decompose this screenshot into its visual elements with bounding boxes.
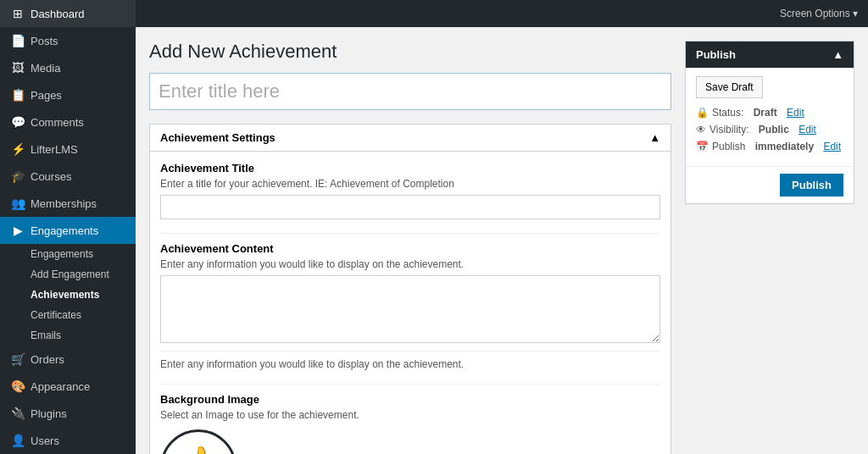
publish-button[interactable]: Publish bbox=[780, 174, 843, 197]
achievement-title-input[interactable] bbox=[160, 195, 660, 219]
publish-visibility: 👁 Visibility: Public Edit bbox=[696, 124, 843, 136]
status-edit-link[interactable]: Edit bbox=[787, 107, 804, 119]
achievement-content-field: Achievement Content Enter any informatio… bbox=[160, 242, 660, 370]
publish-time-edit-link[interactable]: Edit bbox=[823, 141, 841, 152]
lifterlms-icon: ⚡ bbox=[10, 142, 25, 156]
screen-options-button[interactable]: Screen Options ▾ bbox=[780, 8, 858, 19]
sidebar-item-pages[interactable]: 📋 Pages bbox=[0, 81, 136, 108]
engagements-submenu: Engagements Add Engagement Achievements … bbox=[0, 244, 136, 346]
collapse-icon: ▲ bbox=[649, 131, 660, 144]
sidebar-item-comments[interactable]: 💬 Comments bbox=[0, 108, 136, 136]
achievement-content-desc: Enter any information you would like to … bbox=[160, 258, 660, 270]
memberships-icon: 👥 bbox=[10, 197, 25, 210]
achievement-content-textarea[interactable] bbox=[160, 275, 660, 343]
publish-box: Publish ▲ Save Draft 🔒 Status: Draft Edi… bbox=[685, 41, 854, 204]
posts-icon: 📄 bbox=[10, 34, 25, 47]
publish-body: Save Draft 🔒 Status: Draft Edit 👁 Visibi… bbox=[686, 68, 854, 166]
sidebar-item-lifterlms[interactable]: ⚡ LifterLMS bbox=[0, 136, 136, 163]
sidebar-item-plugins[interactable]: 🔌 Plugins bbox=[0, 400, 136, 427]
sidebar-item-users[interactable]: 👤 Users bbox=[0, 427, 136, 454]
bg-image-label: Background Image bbox=[160, 393, 660, 406]
sidebar: ⊞ Dashboard 📄 Posts 🖼 Media 📋 Pages 💬 Co… bbox=[0, 0, 136, 454]
achievement-settings-metabox: Achievement Settings ▲ Achievement Title… bbox=[149, 124, 671, 454]
background-image-section: Background Image Select an Image to use … bbox=[160, 393, 660, 454]
sidebar-item-courses[interactable]: 🎓 Courses bbox=[0, 163, 136, 190]
bg-image-desc: Select an Image to use for the achieveme… bbox=[160, 409, 660, 421]
metabox-body: Achievement Title Enter a title for your… bbox=[150, 152, 670, 454]
pages-icon: 📋 bbox=[10, 88, 25, 102]
topbar: Screen Options ▾ bbox=[136, 0, 868, 27]
sidebar-item-emails[interactable]: Emails bbox=[24, 325, 136, 346]
users-icon: 👤 bbox=[10, 434, 25, 447]
main-content: Add New Achievement Achievement Settings… bbox=[136, 27, 868, 454]
sidebar-item-add-engagement[interactable]: Add Engagement bbox=[24, 264, 136, 285]
comments-icon: 💬 bbox=[10, 115, 25, 129]
publish-panel: Publish ▲ Save Draft 🔒 Status: Draft Edi… bbox=[685, 41, 854, 440]
achievement-title-field: Achievement Title Enter a title for your… bbox=[160, 162, 660, 219]
post-title-input[interactable] bbox=[149, 73, 671, 110]
plugins-icon: 🔌 bbox=[10, 407, 25, 420]
sidebar-item-engagements-sub[interactable]: Engagements bbox=[24, 244, 136, 264]
status-icon: 🔒 bbox=[696, 107, 709, 119]
achievement-title-desc: Enter a title for your achievement. IE: … bbox=[160, 178, 660, 190]
orders-icon: 🛒 bbox=[10, 352, 25, 366]
sidebar-item-memberships[interactable]: 👥 Memberships bbox=[0, 190, 136, 217]
sidebar-item-dashboard[interactable]: ⊞ Dashboard bbox=[0, 0, 136, 27]
publish-footer: Publish bbox=[686, 166, 854, 203]
sidebar-item-posts[interactable]: 📄 Posts bbox=[0, 27, 136, 54]
publish-time-value: immediately bbox=[755, 141, 814, 152]
sidebar-item-engagements[interactable]: ▶ Engagements bbox=[0, 217, 136, 244]
achievement-content-label: Achievement Content bbox=[160, 242, 660, 255]
publish-time: 📅 Publish immediately Edit bbox=[696, 141, 843, 152]
sidebar-item-achievements[interactable]: Achievements bbox=[24, 285, 136, 305]
publish-header: Publish ▲ bbox=[686, 42, 854, 68]
visibility-edit-link[interactable]: Edit bbox=[798, 124, 816, 136]
calendar-icon: 📅 bbox=[696, 141, 709, 152]
achievement-thumbnail: 👍 bbox=[160, 429, 236, 454]
media-icon: 🖼 bbox=[10, 61, 25, 75]
achievement-title-label: Achievement Title bbox=[160, 162, 660, 174]
sidebar-item-certificates[interactable]: Certificates bbox=[24, 305, 136, 325]
sidebar-item-media[interactable]: 🖼 Media bbox=[0, 54, 136, 81]
status-value: Draft bbox=[754, 107, 777, 119]
save-draft-button[interactable]: Save Draft bbox=[696, 76, 763, 98]
visibility-value: Public bbox=[759, 124, 789, 136]
engagements-icon: ▶ bbox=[10, 224, 25, 237]
dashboard-icon: ⊞ bbox=[10, 7, 25, 20]
visibility-icon: 👁 bbox=[696, 124, 706, 136]
achievement-content-footer: Enter any information you would like to … bbox=[160, 351, 660, 370]
sidebar-item-appearance[interactable]: 🎨 Appearance bbox=[0, 373, 136, 400]
page-title: Add New Achievement bbox=[149, 41, 671, 63]
metabox-header[interactable]: Achievement Settings ▲ bbox=[150, 125, 670, 152]
publish-status: 🔒 Status: Draft Edit bbox=[696, 107, 843, 119]
appearance-icon: 🎨 bbox=[10, 379, 25, 393]
courses-icon: 🎓 bbox=[10, 169, 25, 183]
content-area: Add New Achievement Achievement Settings… bbox=[149, 41, 671, 440]
sidebar-item-orders[interactable]: 🛒 Orders bbox=[0, 346, 136, 373]
publish-collapse-icon[interactable]: ▲ bbox=[832, 48, 843, 61]
